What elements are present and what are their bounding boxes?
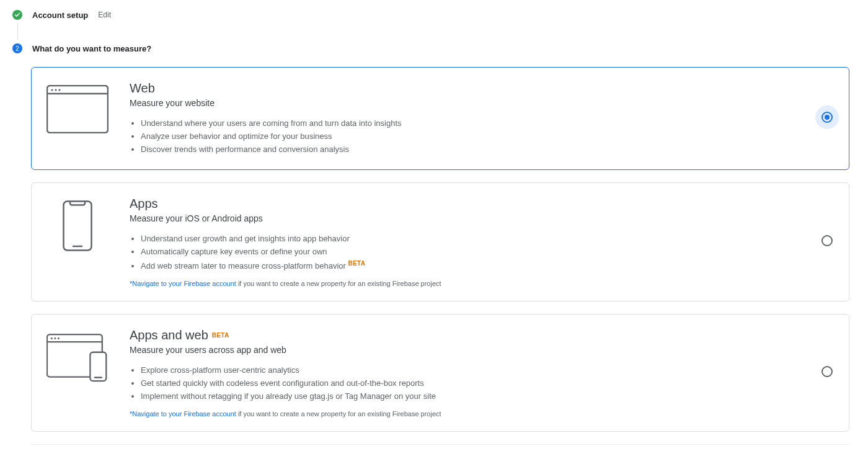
wizard-footer: Next Previous [31, 444, 849, 451]
option-text-web: Web Measure your website Understand wher… [130, 81, 834, 156]
option-bullets: Understand user growth and get insights … [130, 232, 797, 272]
option-card-apps[interactable]: Apps Measure your iOS or Android apps Un… [31, 182, 849, 301]
step-row-measure: 2 What do you want to measure? [0, 40, 868, 57]
step-title-account-setup: Account setup [32, 11, 88, 20]
option-bullet: Discover trends with performance and con… [141, 143, 797, 156]
option-subtitle: Measure your website [130, 98, 797, 108]
browser-window-icon [46, 81, 108, 133]
options-content: Web Measure your website Understand wher… [0, 67, 868, 451]
svg-rect-0 [47, 86, 108, 133]
svg-rect-12 [90, 352, 106, 381]
edit-link[interactable]: Edit [98, 11, 111, 19]
radio-apps-web[interactable] [822, 366, 833, 380]
option-bullet: Implement without retagging if you alrea… [141, 390, 797, 403]
option-text-apps-web: Apps and web BETA Measure your users acr… [130, 328, 834, 418]
svg-point-11 [58, 337, 60, 339]
step-connector [17, 24, 18, 40]
option-title: Apps and web BETA [130, 328, 797, 342]
option-bullet: Add web stream later to measure cross-pl… [141, 258, 797, 272]
radio-apps[interactable] [822, 235, 833, 249]
option-text-apps: Apps Measure your iOS or Android apps Un… [130, 197, 834, 287]
option-bullet: Understand user growth and get insights … [141, 232, 797, 245]
option-bullet: Automatically capture key events or defi… [141, 245, 797, 258]
step-title-measure: What do you want to measure? [32, 44, 151, 53]
option-card-web[interactable]: Web Measure your website Understand wher… [31, 67, 849, 170]
option-bullets: Understand where your users are coming f… [130, 117, 797, 156]
radio-icon [822, 235, 833, 246]
option-bullet: Understand where your users are coming f… [141, 117, 797, 130]
step-number-badge: 2 [12, 43, 22, 53]
svg-point-4 [58, 89, 60, 91]
svg-point-9 [51, 337, 53, 339]
step-row-account-setup: Account setup Edit [0, 6, 868, 24]
footnote-link[interactable]: *Navigate to your Firebase account [130, 410, 236, 418]
option-subtitle: Measure your iOS or Android apps [130, 213, 797, 223]
svg-rect-5 [64, 202, 92, 251]
beta-badge: BETA [212, 332, 229, 339]
option-subtitle: Measure your users across app and web [130, 345, 797, 355]
option-bullet: Analyze user behavior and optimize for y… [141, 130, 797, 143]
svg-point-3 [55, 89, 56, 91]
radio-icon [822, 366, 833, 377]
option-bullet: Explore cross-platform user-centric anal… [141, 364, 797, 377]
radio-web[interactable] [822, 112, 833, 125]
option-bullet: Get started quickly with codeless event … [141, 377, 797, 390]
wizard: Account setup Edit 2 What do you want to… [0, 0, 868, 451]
footnote-apps-web: *Navigate to your Firebase account if yo… [130, 410, 797, 418]
footnote-link[interactable]: *Navigate to your Firebase account [130, 280, 236, 287]
browser-plus-phone-icon [46, 328, 108, 384]
option-title: Web [130, 81, 797, 96]
phone-icon [46, 197, 108, 251]
footnote-apps: *Navigate to your Firebase account if yo… [130, 280, 797, 287]
option-title: Apps [130, 197, 797, 211]
option-bullets: Explore cross-platform user-centric anal… [130, 364, 797, 403]
check-icon [12, 10, 22, 20]
svg-point-10 [54, 337, 56, 339]
option-card-apps-web[interactable]: Apps and web BETA Measure your users acr… [31, 314, 849, 432]
beta-badge: BETA [348, 260, 366, 267]
svg-point-2 [51, 89, 53, 91]
radio-icon [822, 112, 833, 123]
